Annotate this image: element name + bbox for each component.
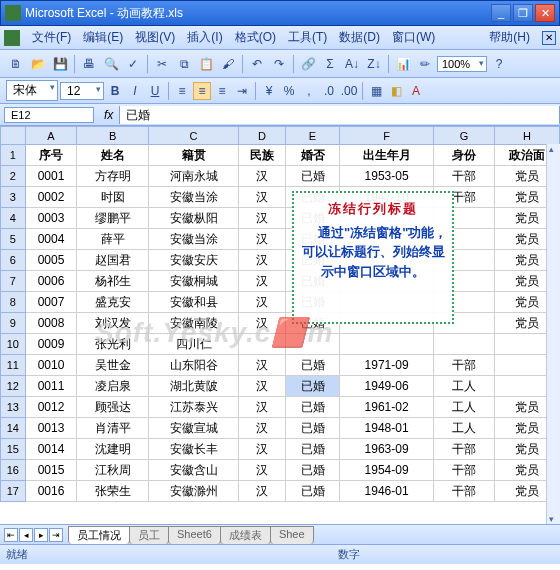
- row-header[interactable]: 10: [1, 334, 26, 355]
- italic-button[interactable]: I: [126, 82, 144, 100]
- cell[interactable]: 干部: [434, 460, 495, 481]
- column-header[interactable]: E: [286, 127, 340, 145]
- row-header[interactable]: 3: [1, 187, 26, 208]
- menu-insert[interactable]: 插入(I): [181, 27, 228, 48]
- cell[interactable]: 安徽当涂: [149, 187, 239, 208]
- sheet-tab[interactable]: 员工: [129, 526, 169, 544]
- cell[interactable]: 安徽安庆: [149, 250, 239, 271]
- cell[interactable]: 0012: [25, 397, 77, 418]
- sheet-tab[interactable]: Shee: [270, 526, 314, 544]
- cell[interactable]: 已婚: [286, 355, 340, 376]
- new-icon[interactable]: 🗎: [6, 54, 26, 74]
- cell[interactable]: 工人: [434, 376, 495, 397]
- cell[interactable]: 吴世金: [77, 355, 149, 376]
- autosum-icon[interactable]: Σ: [320, 54, 340, 74]
- formula-input[interactable]: 已婚: [119, 106, 560, 124]
- row-header[interactable]: 7: [1, 271, 26, 292]
- cell[interactable]: 安徽含山: [149, 460, 239, 481]
- cell[interactable]: 干部: [434, 355, 495, 376]
- merge-center-icon[interactable]: ⇥: [233, 82, 251, 100]
- cell[interactable]: 0005: [25, 250, 77, 271]
- cell[interactable]: 1949-06: [339, 376, 433, 397]
- sort-desc-icon[interactable]: Z↓: [364, 54, 384, 74]
- cell[interactable]: 0008: [25, 313, 77, 334]
- cell[interactable]: 汉: [238, 250, 285, 271]
- cell[interactable]: 1946-01: [339, 481, 433, 502]
- header-cell[interactable]: 籍贯: [149, 145, 239, 166]
- cell[interactable]: 汉: [238, 376, 285, 397]
- align-center-icon[interactable]: ≡: [193, 82, 211, 100]
- sort-asc-icon[interactable]: A↓: [342, 54, 362, 74]
- cell[interactable]: 汉: [238, 481, 285, 502]
- cell[interactable]: 安徽枞阳: [149, 208, 239, 229]
- percent-icon[interactable]: %: [280, 82, 298, 100]
- row-header[interactable]: 1: [1, 145, 26, 166]
- cell[interactable]: 杨祁生: [77, 271, 149, 292]
- cell[interactable]: [286, 334, 340, 355]
- cell[interactable]: 0001: [25, 166, 77, 187]
- cell[interactable]: 汉: [238, 418, 285, 439]
- cell[interactable]: 张光利: [77, 334, 149, 355]
- menu-data[interactable]: 数据(D): [333, 27, 386, 48]
- format-painter-icon[interactable]: 🖌: [218, 54, 238, 74]
- cell[interactable]: 干部: [434, 481, 495, 502]
- cell[interactable]: 张荣生: [77, 481, 149, 502]
- row-header[interactable]: 16: [1, 460, 26, 481]
- close-button[interactable]: ✕: [535, 4, 555, 22]
- cell[interactable]: 盛克安: [77, 292, 149, 313]
- open-icon[interactable]: 📂: [28, 54, 48, 74]
- cell[interactable]: 1961-02: [339, 397, 433, 418]
- cell[interactable]: 0015: [25, 460, 77, 481]
- cell[interactable]: 汉: [238, 271, 285, 292]
- increase-decimal-icon[interactable]: .0: [320, 82, 338, 100]
- cell[interactable]: 0010: [25, 355, 77, 376]
- cell[interactable]: 汉: [238, 397, 285, 418]
- cell[interactable]: 方存明: [77, 166, 149, 187]
- preview-icon[interactable]: 🔍: [101, 54, 121, 74]
- currency-icon[interactable]: ¥: [260, 82, 278, 100]
- row-header[interactable]: 6: [1, 250, 26, 271]
- comma-icon[interactable]: ,: [300, 82, 318, 100]
- cut-icon[interactable]: ✂: [152, 54, 172, 74]
- cell[interactable]: 安徽桐城: [149, 271, 239, 292]
- row-header[interactable]: 9: [1, 313, 26, 334]
- cell[interactable]: 1963-09: [339, 439, 433, 460]
- row-header[interactable]: 15: [1, 439, 26, 460]
- header-cell[interactable]: 序号: [25, 145, 77, 166]
- menu-tools[interactable]: 工具(T): [282, 27, 333, 48]
- menu-view[interactable]: 视图(V): [129, 27, 181, 48]
- tab-nav-first[interactable]: ⇤: [4, 528, 18, 542]
- spell-icon[interactable]: ✓: [123, 54, 143, 74]
- vertical-scrollbar[interactable]: [546, 144, 560, 524]
- minimize-button[interactable]: _: [491, 4, 511, 22]
- cell[interactable]: 1953-05: [339, 166, 433, 187]
- cell[interactable]: 汉: [238, 166, 285, 187]
- cell[interactable]: 时囡: [77, 187, 149, 208]
- header-cell[interactable]: 婚否: [286, 145, 340, 166]
- row-header[interactable]: 11: [1, 355, 26, 376]
- cell[interactable]: 工人: [434, 418, 495, 439]
- column-header[interactable]: F: [339, 127, 433, 145]
- cell[interactable]: [434, 334, 495, 355]
- tab-nav-next[interactable]: ▸: [34, 528, 48, 542]
- borders-icon[interactable]: ▦: [367, 82, 385, 100]
- save-icon[interactable]: 💾: [50, 54, 70, 74]
- cell[interactable]: 0004: [25, 229, 77, 250]
- menu-edit[interactable]: 编辑(E): [77, 27, 129, 48]
- cell[interactable]: 0014: [25, 439, 77, 460]
- print-icon[interactable]: 🖶: [79, 54, 99, 74]
- align-left-icon[interactable]: ≡: [173, 82, 191, 100]
- row-header[interactable]: 14: [1, 418, 26, 439]
- font-color-icon[interactable]: A: [407, 82, 425, 100]
- cell[interactable]: 0002: [25, 187, 77, 208]
- cell[interactable]: 汉: [238, 439, 285, 460]
- cell[interactable]: 江秋周: [77, 460, 149, 481]
- row-header[interactable]: 5: [1, 229, 26, 250]
- name-box[interactable]: E12: [4, 107, 94, 123]
- cell[interactable]: 0016: [25, 481, 77, 502]
- fill-color-icon[interactable]: ◧: [387, 82, 405, 100]
- cell[interactable]: 湖北黄陂: [149, 376, 239, 397]
- cell[interactable]: 安徽宣城: [149, 418, 239, 439]
- cell[interactable]: 已婚: [286, 376, 340, 397]
- help-icon[interactable]: ?: [489, 54, 509, 74]
